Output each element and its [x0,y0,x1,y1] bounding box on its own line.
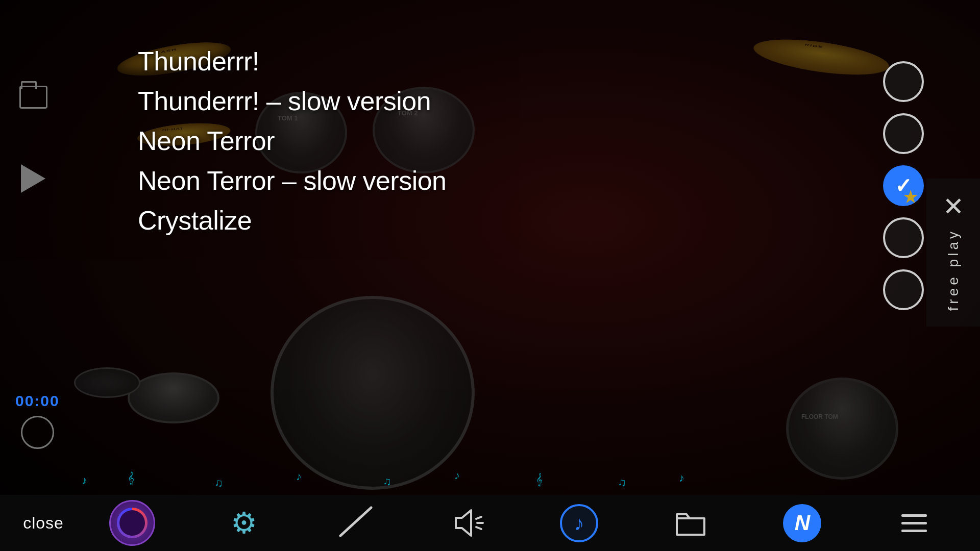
n-badge-icon: N [783,504,821,542]
play-icon [21,164,45,193]
hamburger-menu-button[interactable] [858,495,970,551]
drumstick-icon [335,505,376,541]
music-note-button[interactable]: ♪ [523,495,635,551]
song-title-3: Neon Terror [138,126,275,156]
folder-toolbar-button[interactable] [635,495,747,551]
bottom-toolbar: close ⚙ ♪ N [0,495,980,551]
free-play-button[interactable]: ✕ free play [926,179,980,327]
song-item-4[interactable]: Neon Terror – slow version [138,165,447,196]
song-item-5[interactable]: Crystalize [138,205,447,236]
song-title-2: Thunderrr! – slow version [138,86,431,116]
timer-display: 00:00 [15,392,60,410]
svg-line-4 [476,527,481,529]
hamburger-line-2 [901,522,927,524]
song-title-5: Crystalize [138,205,252,236]
gear-icon: ⚙ [231,508,257,538]
free-play-label: free play [945,229,962,311]
play-free-icon-button[interactable] [77,495,188,551]
n-badge-button[interactable]: N [747,495,859,551]
drumstick-button[interactable] [300,495,412,551]
radio-btn-4[interactable] [883,217,924,258]
megaphone-button[interactable] [411,495,523,551]
song-item-3[interactable]: Neon Terror [138,126,447,156]
close-label: close [13,514,74,533]
hamburger-line-1 [901,514,927,517]
song-title-1: Thunderrr! [138,46,259,77]
close-x-icon: ✕ [943,194,964,219]
timer-section: 00:00 [15,392,60,449]
svg-marker-1 [456,510,471,536]
radio-button-group [883,61,924,310]
timer-circle [21,416,54,449]
song-item-2[interactable]: Thunderrr! – slow version [138,86,447,116]
hamburger-line-3 [901,530,927,532]
folder-button[interactable] [18,82,48,112]
song-title-4: Neon Terror – slow version [138,165,447,196]
svg-line-2 [476,517,481,519]
radio-btn-1[interactable] [883,61,924,102]
music-note-icon: ♪ [574,512,584,535]
music-note-circle: ♪ [560,504,598,542]
svg-line-0 [340,508,371,536]
play-free-badge [109,500,155,546]
play-button[interactable] [18,163,48,194]
settings-button[interactable]: ⚙ [188,495,300,551]
song-list: Thunderrr! Thunderrr! – slow version Neo… [138,46,447,236]
radio-btn-2[interactable] [883,113,924,154]
song-item-1[interactable]: Thunderrr! [138,46,447,77]
close-button[interactable]: close [10,495,77,551]
folder-icon [19,86,47,109]
play-free-badge-inner [117,508,148,538]
folder-toolbar-icon [675,509,706,537]
hamburger-icon [901,514,927,532]
star-icon: ★ [902,186,919,208]
megaphone-icon [451,508,484,538]
radio-btn-5[interactable] [883,269,924,310]
